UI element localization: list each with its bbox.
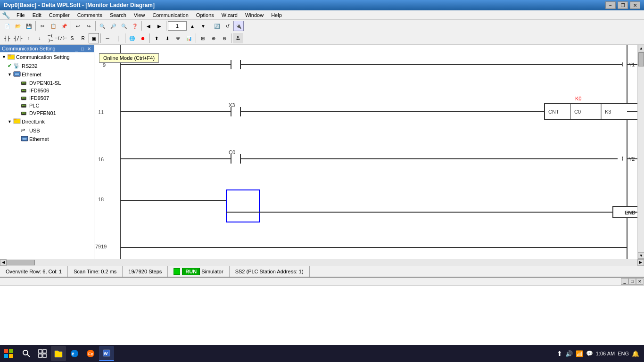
minimize-button[interactable]: − [605, 1, 616, 9]
notifications-icon[interactable]: 💬 [586, 350, 593, 357]
tb-copy[interactable]: 📋 [48, 21, 58, 31]
taskbar-browser-btn[interactable]: e [67, 346, 82, 361]
tb-zoom-in[interactable]: 🔎 [108, 21, 118, 31]
tree-item-comm-setting[interactable]: ▼ Communication Setting [0, 52, 94, 62]
taskbar-clock[interactable]: 1:06 AM [596, 351, 615, 356]
menu-view[interactable]: View [130, 11, 149, 19]
tb-inv-coil[interactable]: ─(/)─ [56, 33, 66, 43]
tb-zoom-out[interactable]: 🔍 [119, 21, 129, 31]
tb-zoom-fit[interactable]: ⊞ [198, 33, 208, 43]
tb-set[interactable]: S [67, 33, 77, 43]
menu-options[interactable]: Options [192, 11, 218, 19]
menu-compiler[interactable]: Compiler [45, 11, 74, 19]
notification-btn[interactable]: 🔔 [632, 350, 639, 357]
tree-item-ethernet2[interactable]: Ethernet [0, 134, 94, 144]
menu-edit[interactable]: Edit [29, 11, 45, 19]
menu-file[interactable]: File [13, 11, 29, 19]
panel-restore-btn[interactable]: □ [80, 46, 85, 51]
bottom-restore-btn[interactable]: □ [628, 278, 636, 285]
tb-app-inst[interactable]: ▣ [89, 33, 99, 43]
tb-internet[interactable]: 🌐 [127, 33, 137, 43]
tb-refresh1[interactable]: 🔄 [212, 21, 222, 31]
tb-open[interactable]: 📂 [13, 21, 23, 31]
tb-cut[interactable]: ✂ [37, 21, 48, 31]
tb-run-right[interactable]: ▶ [154, 21, 165, 31]
taskbar-task-view-btn[interactable] [35, 346, 50, 361]
tb-down[interactable]: ▼ [198, 21, 208, 31]
tb-save[interactable]: 💾 [24, 21, 34, 31]
network-tray-icon[interactable]: ⬆ [557, 350, 562, 357]
tb-no-contact[interactable]: ┤├ [2, 33, 12, 43]
menu-wizard[interactable]: Wizard [218, 11, 241, 19]
taskbar-app1-btn[interactable]: Fx [83, 346, 98, 361]
tb-undo[interactable]: ↩ [73, 21, 83, 31]
page-input[interactable] [168, 21, 187, 31]
close-button[interactable]: ✕ [630, 1, 640, 9]
panel-min-btn[interactable]: _ [74, 46, 79, 51]
tb-v-wire[interactable]: │ [113, 33, 124, 43]
tree-item-dvpen01[interactable]: 📟 DVPEN01-SL [0, 79, 94, 87]
tree-item-ifd9507[interactable]: 📟 IFD9507 [0, 94, 94, 102]
tb-h-wire[interactable]: ─ [102, 33, 113, 43]
menu-help[interactable]: Help [267, 11, 286, 19]
tb-run-left[interactable]: ◀ [143, 21, 154, 31]
tb-special[interactable]: 🖧 [233, 33, 243, 43]
scroll-left-btn[interactable]: ◀ [0, 259, 7, 266]
tree-item-dvpfen01[interactable]: 📟 DVPFEN01 [0, 109, 94, 117]
h-scrollbar[interactable]: ◀ ▶ [0, 259, 644, 265]
scroll-right-btn[interactable]: ▶ [637, 259, 644, 266]
language-indicator[interactable]: ENG [618, 351, 629, 356]
taskbar-start-button[interactable] [0, 345, 17, 362]
restore-button[interactable]: ❐ [618, 1, 628, 9]
tb-zoom-in2[interactable]: ⊕ [208, 33, 219, 43]
tree-item-plc[interactable]: 📟 PLC [0, 102, 94, 109]
tb-download[interactable]: ⬇ [162, 33, 173, 43]
diagram-canvas[interactable]: Online Mode (Ctrl+F4) 9 [94, 45, 644, 259]
tb-up[interactable]: ▲ [187, 21, 198, 31]
wifi-tray-icon[interactable]: 📶 [576, 350, 583, 357]
bottom-min-btn[interactable]: _ [621, 278, 628, 285]
v-scrollbar[interactable]: ▲ ▼ [637, 45, 644, 259]
tb-coil[interactable]: ─( )─ [45, 33, 56, 43]
tree-item-directlink[interactable]: ▼ DirectLink [0, 117, 94, 126]
tree-item-ethernet[interactable]: ▼ Ethernet [0, 70, 94, 79]
taskbar-explorer-btn[interactable] [51, 346, 66, 361]
tb-upload[interactable]: ⬆ [151, 33, 162, 43]
tb-reset[interactable]: R [78, 33, 88, 43]
menu-window[interactable]: Window [241, 11, 267, 19]
panel-close-btn[interactable]: ✕ [86, 46, 92, 51]
menu-search[interactable]: Search [106, 11, 130, 19]
scroll-up-btn[interactable]: ▲ [638, 45, 644, 51]
scroll-thumb[interactable] [638, 52, 644, 66]
speaker-tray-icon[interactable]: 🔊 [565, 350, 573, 357]
tb-online[interactable]: 🔌 [233, 21, 244, 31]
run-button[interactable]: RUN [182, 268, 200, 275]
sep3 [95, 21, 96, 31]
taskbar-wplsoft-btn[interactable]: W [99, 346, 114, 361]
tb-new[interactable]: 📄 [2, 21, 12, 31]
bottom-close-btn[interactable]: ✕ [636, 278, 644, 285]
tb-nc-contact[interactable]: ┤/├ [13, 33, 23, 43]
tb-paste[interactable]: 📌 [59, 21, 69, 31]
taskbar-search-btn[interactable] [19, 346, 34, 361]
tb-pos-edge[interactable]: ↑ [24, 33, 34, 43]
tb-stop[interactable]: ⏺ [138, 33, 148, 43]
tb-zoom-out2[interactable]: ⊖ [219, 33, 230, 43]
tree-item-ifd9506[interactable]: 📟 IFD9506 [0, 87, 94, 94]
tb-neg-edge[interactable]: ↓ [34, 33, 45, 43]
expand-ethernet[interactable]: ▼ [8, 72, 12, 77]
menu-communication[interactable]: Communication [149, 11, 192, 19]
expand-directlink[interactable]: ▼ [8, 119, 12, 124]
tb-redo[interactable]: ↪ [83, 21, 94, 31]
expand-comm[interactable]: ▼ [2, 55, 7, 59]
tb-refresh2[interactable]: ↺ [223, 21, 233, 31]
menu-comments[interactable]: Comments [74, 11, 106, 19]
tb-monitor2[interactable]: 📊 [184, 33, 194, 43]
h-scroll-thumb[interactable] [7, 260, 35, 265]
tb-help[interactable]: ❓ [130, 21, 140, 31]
tb-find[interactable]: 🔍 [97, 21, 107, 31]
tb-monitor1[interactable]: 👁 [173, 33, 183, 43]
tree-item-rs232[interactable]: ✔ 📡 RS232 [0, 62, 94, 70]
scroll-down-btn[interactable]: ▼ [638, 252, 644, 259]
tree-item-usb[interactable]: ⇌ USB [0, 126, 94, 134]
